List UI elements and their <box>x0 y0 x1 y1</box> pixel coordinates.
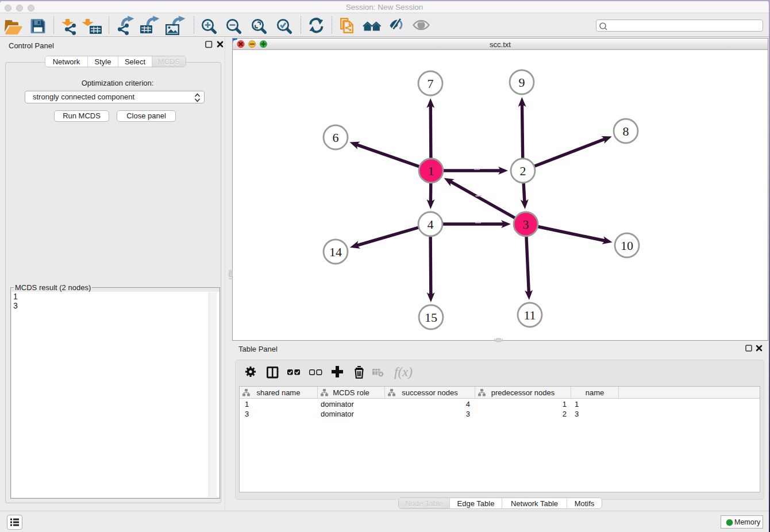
svg-text:8: 8 <box>623 124 629 138</box>
svg-text:14: 14 <box>329 245 342 259</box>
svg-text:1: 1 <box>428 164 434 178</box>
svg-text:10: 10 <box>621 238 633 253</box>
svg-text:11: 11 <box>523 308 536 322</box>
svg-text:7: 7 <box>428 76 434 91</box>
svg-text:15: 15 <box>425 310 437 325</box>
svg-text:9: 9 <box>519 75 525 90</box>
svg-text:6: 6 <box>333 130 339 145</box>
svg-text:2: 2 <box>520 164 526 178</box>
svg-text:4: 4 <box>428 217 434 232</box>
svg-text:f(x): f(x) <box>394 365 413 379</box>
svg-text:3: 3 <box>523 217 529 232</box>
